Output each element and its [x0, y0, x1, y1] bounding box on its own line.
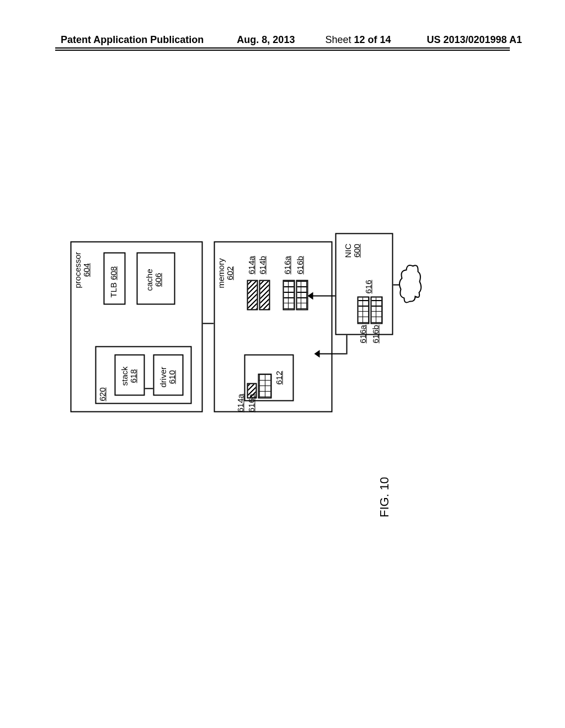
- connector-stack-driver: [145, 388, 153, 389]
- cloud-icon: [399, 261, 424, 305]
- label-616b-nic: 616b: [371, 325, 380, 343]
- arrowhead-nic-to-612: [315, 350, 320, 358]
- grid-616b-nic: [371, 297, 383, 324]
- memory-label: memory602: [217, 258, 234, 288]
- stack-label: stack618: [120, 366, 138, 386]
- header-rule-top: [55, 47, 510, 49]
- connector-proc-mem: [203, 323, 214, 324]
- arrow-nic-to-612-horz: [347, 333, 348, 355]
- header-docnum: US 2013/0201998 A1: [427, 34, 522, 46]
- hatch-614a: [247, 280, 258, 311]
- processor-label: processor604: [73, 252, 91, 288]
- label-616a-nic: 616a: [359, 325, 367, 343]
- grid-616b-mem: [296, 280, 308, 311]
- hatch-614b: [259, 280, 270, 311]
- label-616a-mem: 616a: [283, 256, 292, 274]
- cache-label: cache606: [145, 269, 163, 291]
- header-date: Aug. 8, 2013: [237, 34, 295, 46]
- header-rule-bottom: [55, 50, 510, 51]
- driver-label: driver610: [159, 367, 177, 388]
- grid-616a-mem: [283, 280, 295, 311]
- label-614a-left: 614a: [236, 394, 245, 412]
- figure-diagram: processor604 620 stack618 driver610 TLB …: [82, 159, 316, 407]
- grid-616a-in-612: [258, 374, 272, 399]
- header-publication: Patent Application Publication: [61, 34, 204, 46]
- label-616a-left: 616a: [247, 394, 256, 412]
- nic-label: NIC600: [344, 244, 361, 258]
- page-header: Patent Application Publication Aug. 8, 2…: [0, 34, 565, 46]
- grid-616a-nic: [358, 297, 370, 324]
- arrow-nic-to-612-vert: [319, 354, 347, 355]
- label-616-nic: 616: [364, 280, 373, 293]
- label-614a: 614a: [247, 256, 256, 274]
- header-sheet: Sheet 12 of 14: [325, 34, 391, 46]
- label-614b: 614b: [258, 256, 267, 274]
- label-620: 620: [98, 387, 107, 401]
- label-612: 612: [275, 371, 284, 384]
- figure-caption: FIG. 10: [377, 477, 392, 517]
- tlb-label: TLB 608: [109, 266, 118, 298]
- label-616b-mem: 616b: [296, 256, 305, 274]
- arrowhead-nic-to-mem: [308, 292, 313, 300]
